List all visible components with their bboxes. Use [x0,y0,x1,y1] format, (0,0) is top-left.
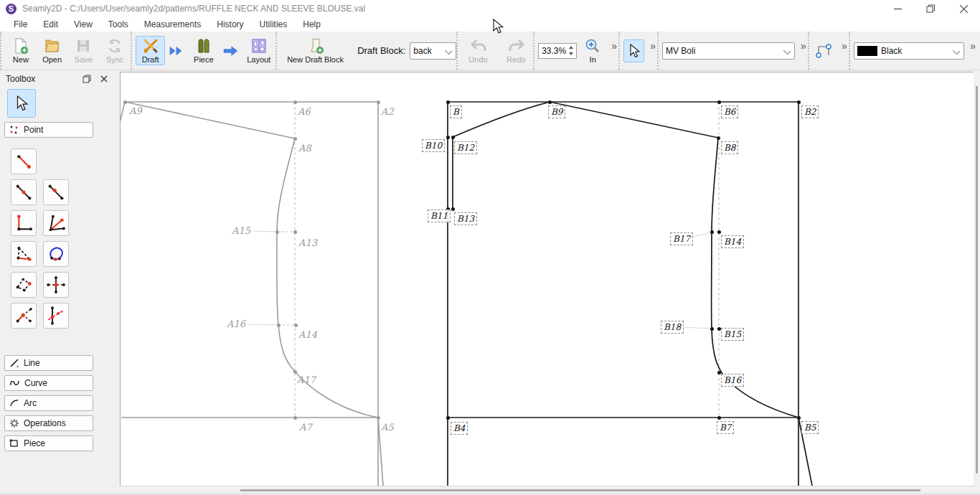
pattern-point-a8[interactable] [293,137,297,141]
pattern-label-a14[interactable]: A14 [298,329,317,340]
menu-history[interactable]: History [209,18,251,31]
menu-view[interactable]: View [66,18,100,31]
layout-mode-button[interactable]: Layout [242,36,275,65]
pattern-label-b13[interactable]: B13 [454,212,477,225]
pattern-point-b12[interactable] [451,136,455,139]
dock-close-button[interactable] [98,73,110,85]
pattern-point-b13[interactable] [451,207,455,211]
pattern-label-b7[interactable]: B7 [717,421,734,434]
pattern-point-a13[interactable] [293,230,297,234]
pattern-point-b10[interactable] [446,136,450,139]
tool-perpendicular-point-along-line[interactable] [11,303,37,329]
pattern-point-b16[interactable] [717,371,721,374]
menu-file[interactable]: File [6,18,35,31]
spin-up-icon[interactable] [567,44,575,51]
pattern-label-a6[interactable]: A6 [298,106,311,117]
pattern-point-b2[interactable] [797,100,801,104]
pattern-point-a17[interactable] [293,370,297,374]
tool-point-along-bisector[interactable] [43,210,69,236]
pattern-point-b5[interactable] [797,416,801,420]
pattern-label-b18[interactable]: B18 [661,321,684,334]
draft-mode-button[interactable]: Draft [136,36,165,65]
label-font-select[interactable]: MV Boli [662,42,795,60]
zoom-in-button[interactable]: In [581,36,604,65]
piece-category-button[interactable]: Piece [4,435,93,451]
tool-point-from-x-y[interactable] [43,272,69,298]
pattern-point-b6[interactable] [717,100,721,104]
line-type-button[interactable] [813,40,836,62]
pattern-point-a16[interactable] [277,324,281,327]
tool-point-along-line[interactable] [11,179,37,205]
pattern-point-b9[interactable] [548,100,552,104]
pattern-point-b18[interactable] [710,327,714,331]
dock-float-button[interactable] [80,73,93,85]
curve-category-button[interactable]: Curve [4,375,93,391]
pattern-point-b[interactable] [446,100,450,104]
overflow-chevron[interactable]: » [611,40,617,52]
pointer-tool-button[interactable] [623,39,644,62]
pattern-point-b15[interactable] [717,327,721,331]
horizontal-scrollbar-thumb[interactable] [240,489,920,491]
pattern-label-a2[interactable]: A2 [381,106,394,117]
pattern-point-a2[interactable] [377,100,380,104]
pattern-point-b14[interactable] [717,230,721,234]
pattern-point-a9[interactable] [123,100,127,104]
open-button[interactable]: Open [37,36,68,65]
vertical-scrollbar-thumb[interactable] [976,86,978,473]
line-category-button[interactable]: Line [4,355,93,371]
pattern-point-a15[interactable] [275,230,279,234]
pattern-label-a7[interactable]: A7 [299,422,312,433]
overflow-chevron[interactable]: » [970,40,976,52]
pattern-label-b8[interactable]: B8 [721,141,738,154]
minimize-button[interactable] [881,0,914,17]
pattern-label-b[interactable]: B [450,105,462,118]
pattern-label-b10[interactable]: B10 [422,139,445,152]
menu-help[interactable]: Help [295,18,329,31]
zoom-spin-buttons[interactable] [567,44,575,57]
pattern-point-b8[interactable] [717,136,720,140]
overflow-chevron[interactable]: » [650,40,656,52]
arc-category-button[interactable]: Arc [4,395,93,411]
tool-triangle-point[interactable] [11,241,37,267]
line-color-select[interactable]: Black [854,42,964,60]
pattern-label-a13[interactable]: A13 [298,237,317,248]
pattern-label-a16[interactable]: A16 [227,319,245,329]
pattern-label-b16[interactable]: B16 [721,374,744,387]
pattern-label-a8[interactable]: A8 [298,143,311,154]
sync-button[interactable]: Sync [99,36,131,65]
tool-point-at-distance-angle[interactable] [11,148,37,174]
overflow-chevron[interactable]: » [842,40,847,52]
menu-measurements[interactable]: Measurements [136,18,209,31]
pattern-label-a17[interactable]: A17 [297,374,316,385]
pattern-label-b6[interactable]: B6 [721,105,738,118]
pattern-point-b4[interactable] [446,416,450,420]
pattern-label-b15[interactable]: B15 [721,328,744,341]
pattern-point-b17[interactable] [710,230,714,234]
vertical-scrollbar[interactable] [974,72,980,486]
menu-tools[interactable]: Tools [100,18,136,31]
redo-button[interactable]: Redo [499,36,533,65]
operations-category-button[interactable]: Operations [4,415,93,431]
menu-utilities[interactable]: Utilities [252,18,296,31]
pattern-label-b4[interactable]: B4 [451,422,468,435]
pattern-label-b14[interactable]: B14 [721,235,744,248]
close-button[interactable] [947,0,980,17]
overflow-chevron[interactable]: » [801,40,806,52]
spin-down-icon[interactable] [567,51,575,57]
pattern-label-b17[interactable]: B17 [670,232,693,245]
undo-button[interactable]: Undo [461,36,495,65]
tool-midpoint-along-line[interactable] [43,179,69,205]
pattern-point-a14[interactable] [294,324,298,327]
pattern-label-b5[interactable]: B5 [801,421,819,434]
draft-block-select[interactable]: back [410,42,456,60]
tool-point-intersect-line-axis[interactable] [43,303,69,329]
pattern-point-b7[interactable] [717,416,721,420]
pattern-point-a5[interactable] [377,416,380,420]
tool-point-of-intersection[interactable] [11,272,37,298]
save-button[interactable]: Save [68,36,100,65]
pattern-label-b2[interactable]: B2 [801,105,819,118]
zoom-spinbox[interactable]: 33.3% [538,43,577,59]
tool-point-along-perpendicular[interactable] [11,210,37,236]
pattern-label-b9[interactable]: B9 [548,105,565,118]
new-button[interactable]: New [5,36,37,65]
